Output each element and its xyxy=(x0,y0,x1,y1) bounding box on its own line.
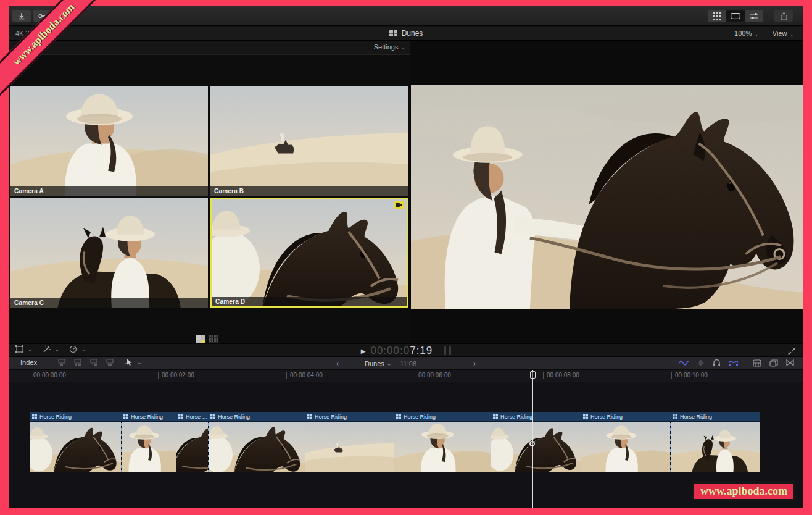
grid-view-icon xyxy=(713,12,721,20)
clip-label: Horse Riding xyxy=(680,412,712,422)
viewer-video-canvas[interactable] xyxy=(411,85,803,309)
clip-filmstrip xyxy=(176,422,208,472)
camera-angle-tile[interactable]: Camera B xyxy=(210,86,408,196)
multicam-clip-icon xyxy=(673,414,677,419)
window-frame: 4K 23.98 Dunes 100%⌄ View⌄ Settings⌄ Cam… xyxy=(0,0,812,515)
active-video-angle-icon xyxy=(394,201,404,209)
camera-label: Camera D xyxy=(212,297,407,306)
filmstrip-view-button[interactable] xyxy=(726,10,745,22)
timeline-clip[interactable]: Horse Riding xyxy=(581,412,670,472)
clip-filmstrip xyxy=(208,422,305,472)
watermark-badge: www.aplboda.com xyxy=(692,481,796,501)
ruler-tick: 00:00:10:00 xyxy=(671,372,708,379)
clip-label: Horse Riding xyxy=(315,412,347,422)
angle-viewer-panel: Settings⌄ Camera A Camera B Camera C Cam… xyxy=(9,41,410,343)
adjust-view-icon xyxy=(750,12,758,20)
clip-label: Horse Riding xyxy=(218,412,250,422)
timeline-clip[interactable]: Horse Riding xyxy=(30,412,121,472)
clip-filmstrip xyxy=(121,422,176,472)
audio-meters-button[interactable] xyxy=(444,346,451,355)
viewer-info-bar: 4K 23.98 Dunes 100%⌄ View⌄ xyxy=(9,27,803,41)
main-viewer-panel xyxy=(411,41,803,343)
timeline-clip[interactable]: Horse Riding xyxy=(208,412,305,472)
camera-angle-tile[interactable]: Camera A xyxy=(10,86,208,196)
clip-label: Horse Riding xyxy=(500,412,532,422)
ruler-tick: 00:00:02:00 xyxy=(158,372,194,379)
camera-angle-tile[interactable]: Camera D xyxy=(210,198,408,308)
clip-label: Horse Riding xyxy=(590,412,623,422)
viewer-video-frame xyxy=(411,85,803,309)
duplicate-button[interactable] xyxy=(769,359,778,367)
share-button[interactable] xyxy=(774,10,793,22)
angle-settings-menu[interactable]: Settings⌄ xyxy=(374,43,405,51)
zoom-level-select[interactable]: 100%⌄ xyxy=(734,30,759,37)
clip-filmstrip xyxy=(581,422,670,472)
chevron-down-icon: ⌄ xyxy=(387,361,392,367)
import-button[interactable] xyxy=(12,10,31,22)
trim-button[interactable] xyxy=(786,359,794,366)
audio-skimming-toggle[interactable] xyxy=(697,359,705,367)
clip-label: Horse Riding xyxy=(131,412,163,422)
multicam-clip-icon xyxy=(210,414,215,419)
main-toolbar xyxy=(9,6,803,26)
ruler-tick: 00:00:04:00 xyxy=(286,372,323,379)
filmstrip-view-icon xyxy=(731,13,740,19)
ruler-tick: 00:00:06:00 xyxy=(415,372,451,379)
multicam-clip-icon xyxy=(123,414,128,419)
multicam-clip-icon xyxy=(396,414,401,419)
transport-bar: ⌄ ⌄ ⌄ ▶ 00:00:07:19 xyxy=(9,343,803,357)
multicam-clip-icon xyxy=(32,414,37,419)
camera-video-frame xyxy=(210,86,408,196)
clip-filmstrip xyxy=(305,422,394,472)
timeline-toolbar: Index ⌄ ⌄ ‹ Dunes⌄ 11:08 › xyxy=(9,357,803,370)
fullscreen-button[interactable] xyxy=(788,346,795,358)
playhead-line xyxy=(532,370,533,508)
angle-viewer-header: Settings⌄ xyxy=(9,41,410,55)
multicam-clip-icon xyxy=(178,414,183,419)
clip-filmstrip xyxy=(394,422,491,472)
import-icon xyxy=(18,12,25,20)
camera-label: Camera C xyxy=(10,298,208,308)
camera-angle-tile[interactable]: Camera C xyxy=(10,198,208,308)
snapping-toggle[interactable] xyxy=(729,359,739,366)
playhead-handle[interactable] xyxy=(529,441,535,446)
skimming-toggle[interactable] xyxy=(679,359,689,367)
timecode-display: 00:00:07:19 xyxy=(370,345,433,357)
chevron-down-icon: ⌄ xyxy=(754,31,759,37)
solo-toggle[interactable] xyxy=(713,359,721,367)
ruler-tick: 00:00:08:00 xyxy=(543,372,579,379)
expand-icon xyxy=(788,348,795,355)
timeline-forward-button[interactable]: › xyxy=(456,359,493,368)
camera-label: Camera A xyxy=(10,186,208,196)
clip-appearance-button[interactable] xyxy=(753,359,761,367)
fcp-app-window: 4K 23.98 Dunes 100%⌄ View⌄ Settings⌄ Cam… xyxy=(9,6,803,508)
timeline-clip[interactable]: Horse Riding xyxy=(176,412,208,472)
view-menu[interactable]: View⌄ xyxy=(773,30,794,37)
chevron-down-icon: ⌄ xyxy=(400,44,405,51)
clip-filmstrip xyxy=(491,422,581,472)
timeline-back-button[interactable]: ‹ xyxy=(319,359,356,368)
timeline-duration: 11:08 xyxy=(400,360,416,367)
workspace: Settings⌄ Camera A Camera B Camera C Cam… xyxy=(9,41,803,343)
grid-view-button[interactable] xyxy=(708,10,726,22)
adjust-view-button[interactable] xyxy=(745,10,763,22)
multicam-project-icon xyxy=(389,30,397,36)
timeline-body: Horse Riding Horse Riding Horse Riding H… xyxy=(9,382,803,508)
timeline-clip[interactable]: Horse Riding xyxy=(394,412,491,472)
playhead-marker[interactable] xyxy=(530,371,536,379)
camera-video-frame xyxy=(210,198,408,308)
chevron-down-icon: ⌄ xyxy=(789,31,794,37)
clip-label: Horse Riding xyxy=(186,412,208,422)
angle-grid: Camera A Camera B Camera C Camera D xyxy=(10,86,409,308)
timeline-ruler[interactable]: 00:00:00:00 00:00:02:00 00:00:04:00 00:0… xyxy=(9,370,803,382)
play-button[interactable]: ▶ xyxy=(361,348,366,354)
clip-filmstrip xyxy=(670,422,760,472)
timeline-title-menu[interactable]: Dunes⌄ xyxy=(365,360,391,367)
timeline-clip[interactable]: Horse Riding xyxy=(491,412,581,472)
clip-filmstrip xyxy=(30,422,121,472)
timeline-clip[interactable]: Horse Riding xyxy=(305,412,394,472)
timeline-clip[interactable]: Horse Riding xyxy=(121,412,176,472)
timeline-clip[interactable]: Horse Riding xyxy=(670,412,760,472)
multicam-clip-icon xyxy=(307,414,312,419)
share-icon xyxy=(781,12,787,20)
